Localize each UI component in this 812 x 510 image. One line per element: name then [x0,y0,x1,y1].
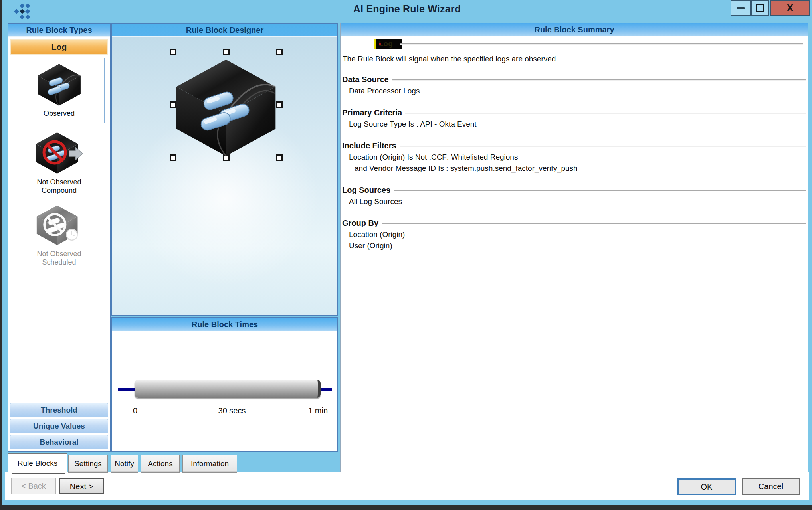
rule-block-summary-header: Rule Block Summary [341,23,808,36]
rule-type-observed-label: Observed [14,109,104,118]
window-title: AI Engine Rule Wizard [2,3,812,15]
tab-settings[interactable]: Settings [68,455,108,473]
time-slider-bar[interactable] [135,380,321,398]
category-unique-values-button[interactable]: Unique Values [10,419,108,433]
rule-type-not-observed-compound[interactable]: Not Observed Compound [14,128,105,196]
selection-handle-nw[interactable] [170,49,176,55]
tick-1min: 1 min [276,406,328,415]
section-divider [392,79,806,81]
log-category-button[interactable]: Log [10,39,108,55]
rule-block-times-header: Rule Block Times [112,318,337,331]
section-title: Primary Criteria [342,108,402,117]
wizard-window: AI Engine Rule Wizard X Rule Block Types… [2,0,812,505]
selection-handle-n[interactable] [223,49,230,55]
rule-type-not-observed-scheduled[interactable]: Not Observed Scheduled [14,201,105,267]
category-threshold-button[interactable]: Threshold [10,403,108,417]
section-divider [382,223,806,224]
maximize-icon [756,4,764,12]
maximize-button[interactable] [751,0,769,16]
section-title: Log Sources [342,186,390,195]
rule-type-observed[interactable]: Observed [14,58,105,123]
designer-canvas[interactable] [112,37,337,315]
tick-zero: 0 [133,406,137,415]
section-value: Data Processor Logs [349,85,806,97]
rule-block-summary-panel: Rule Block Summary Log The Rule Block wi… [340,23,808,500]
rule-name-divider [400,43,803,45]
active-tab-underline [12,473,65,474]
not-observed-compound-icon [34,130,84,176]
section-value: and Vendor Message ID Is : system.push.s… [355,163,806,174]
rule-name-row: Log [342,39,806,51]
rule-block-designer-panel: Rule Block Designer [111,23,338,316]
log-rule-block-cube[interactable] [169,56,283,159]
rule-block-types-header: Rule Block Types [8,24,110,37]
rule-block-times-panel: Rule Block Times 0 30 secs 1 min [111,317,338,452]
cancel-button[interactable]: Cancel [742,478,800,495]
section-title: Group By [342,219,378,228]
rule-name-selected-label[interactable]: Log [374,39,402,49]
category-behavioral-button[interactable]: Behavioral [10,435,108,449]
section-divider [394,190,806,191]
section-value: All Log Sources [349,196,806,207]
section-divider [405,113,806,114]
not-observed-scheduled-icon [35,203,83,247]
section-value: Location (Origin) Is Not :CCF: Whitelist… [349,152,806,163]
close-button[interactable]: X [770,0,810,16]
rule-type-not-observed-scheduled-label: Not Observed Scheduled [25,250,93,267]
times-body: 0 30 secs 1 min [112,331,337,451]
rule-block-designer-header: Rule Block Designer [112,24,337,37]
section-title: Data Source [342,75,389,84]
rule-block-types-panel: Rule Block Types Log Observed [8,23,111,452]
section-value: User (Origin) [349,240,806,251]
summary-body: Log The Rule Block will signal when the … [341,39,808,251]
next-button[interactable]: Next > [59,478,104,494]
observed-cube-icon [35,62,83,107]
section-data-source: Data Source Data Processor Logs [342,75,806,97]
rule-description: The Rule Block will signal when the spec… [343,55,806,63]
tab-information[interactable]: Information [182,455,237,473]
tab-actions[interactable]: Actions [141,455,180,473]
section-value: Location (Origin) [349,229,806,240]
ok-button[interactable]: OK [677,478,736,495]
section-log-sources: Log Sources All Log Sources [342,186,806,207]
section-value: Log Source Type Is : API - Okta Event [349,119,806,130]
tab-rule-blocks[interactable]: Rule Blocks [8,453,67,473]
minimize-button[interactable] [731,0,751,16]
title-bar: AI Engine Rule Wizard X [2,0,812,18]
category-buttons: Threshold Unique Values Behavioral [9,401,109,449]
minimize-icon [737,7,745,9]
rule-type-not-observed-compound-label: Not Observed Compound [25,178,93,195]
tick-30secs: 30 secs [192,406,272,415]
section-title: Include Filters [342,141,396,150]
section-group-by: Group By Location (Origin) User (Origin) [342,219,806,251]
section-primary-criteria: Primary Criteria Log Source Type Is : AP… [342,108,806,130]
selection-handle-ne[interactable] [276,49,283,55]
back-button[interactable]: < Back [11,478,56,494]
tab-notify[interactable]: Notify [111,455,138,473]
section-divider [400,146,806,147]
section-include-filters: Include Filters Location (Origin) Is Not… [342,141,806,174]
